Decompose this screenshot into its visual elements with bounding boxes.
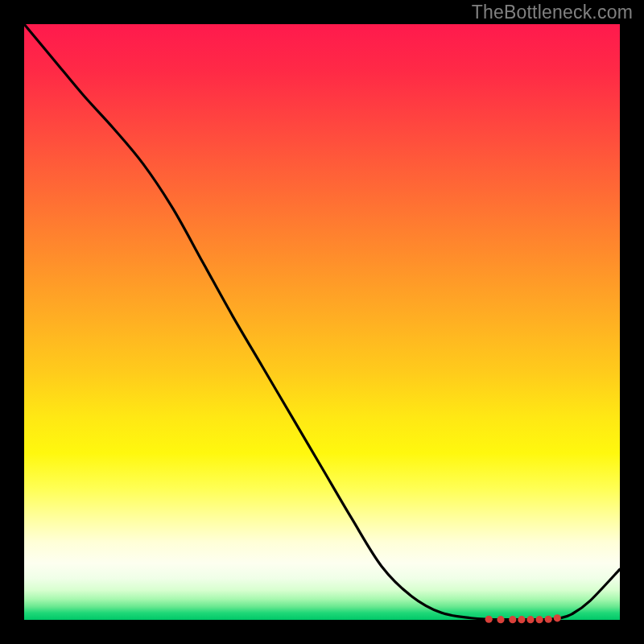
marker-point [485,616,493,623]
marker-point [526,616,534,623]
marker-point [497,616,504,623]
marker-point [518,616,525,623]
plot-area [24,24,620,620]
marker-point [545,616,552,623]
marker-point [536,616,543,623]
curve-svg [24,24,620,620]
marker-point [509,616,516,623]
watermark-text: TheBottleneck.com [472,2,633,23]
marker-point [554,614,561,621]
chart-frame: TheBottleneck.com [0,0,644,644]
bottleneck-curve [24,24,620,620]
